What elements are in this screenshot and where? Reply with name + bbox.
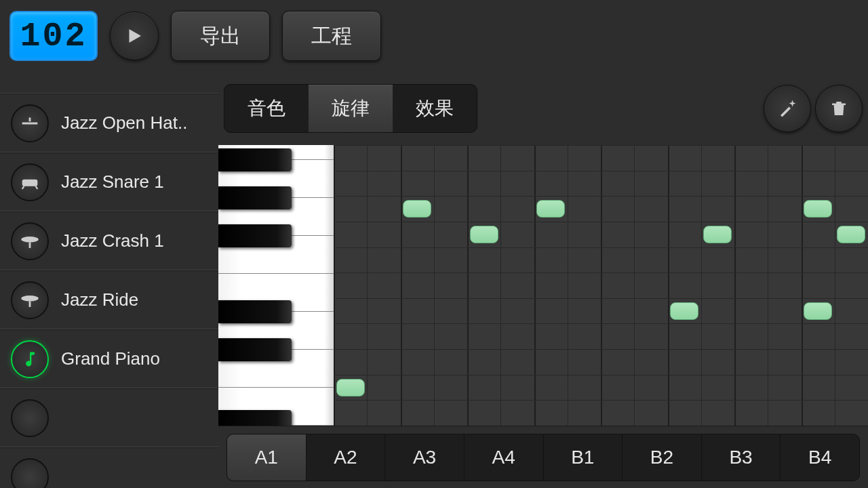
note-icon[interactable] (11, 340, 49, 378)
track-item-empty[interactable] (0, 388, 218, 447)
tempo-display[interactable]: 102 (9, 11, 98, 61)
track-item[interactable]: Jazz Snare 1 (0, 152, 218, 211)
track-partial (0, 72, 218, 94)
pattern-a2[interactable]: A2 (307, 434, 386, 481)
magic-wand-icon (777, 98, 797, 119)
note[interactable] (536, 200, 565, 218)
track-item-empty[interactable] (0, 447, 218, 488)
piano-keys[interactable] (218, 145, 334, 426)
pattern-a1[interactable]: A1 (227, 434, 307, 481)
trash-icon (829, 98, 849, 119)
svg-rect-0 (22, 179, 38, 186)
empty-slot-icon[interactable] (11, 458, 49, 488)
export-button[interactable]: 导出 (171, 11, 270, 61)
note[interactable] (336, 379, 365, 396)
empty-slot-icon[interactable] (11, 399, 49, 437)
tab-melody[interactable]: 旋律 (309, 85, 393, 132)
note-grid[interactable] (334, 145, 868, 426)
pattern-b2[interactable]: B2 (623, 434, 702, 481)
note[interactable] (670, 302, 698, 320)
hihat-icon[interactable] (11, 104, 49, 142)
track-label: Jazz Ride (61, 289, 138, 310)
track-label: Jazz Snare 1 (61, 171, 164, 192)
track-item[interactable]: Grand Piano (0, 329, 218, 388)
play-button[interactable] (110, 12, 159, 60)
note[interactable] (403, 200, 431, 218)
note[interactable] (470, 226, 498, 243)
play-icon (124, 26, 144, 46)
delete-button[interactable] (815, 85, 863, 132)
snare-icon[interactable] (11, 163, 49, 201)
crash-icon[interactable] (11, 222, 49, 260)
svg-point-1 (21, 236, 39, 242)
pattern-b4[interactable]: B4 (781, 434, 859, 481)
note[interactable] (703, 226, 732, 243)
magic-button[interactable] (764, 85, 811, 132)
track-label: Grand Piano (61, 348, 160, 369)
track-item[interactable]: Jazz Open Hat.. (0, 94, 218, 152)
note[interactable] (837, 226, 865, 243)
track-item[interactable]: Jazz Crash 1 (0, 211, 218, 270)
note[interactable] (804, 302, 832, 320)
track-label: Jazz Open Hat.. (61, 113, 187, 134)
track-label: Jazz Crash 1 (61, 230, 164, 251)
track-list: Jazz Open Hat.. Jazz Snare 1 Jazz Crash … (0, 72, 218, 488)
track-item[interactable]: Jazz Ride (0, 270, 218, 329)
project-button[interactable]: 工程 (282, 11, 381, 61)
note[interactable] (804, 200, 832, 218)
pattern-a4[interactable]: A4 (465, 434, 544, 481)
ride-icon[interactable] (11, 281, 49, 319)
pattern-b3[interactable]: B3 (702, 434, 781, 481)
pattern-a3[interactable]: A3 (385, 434, 465, 481)
tab-fx[interactable]: 效果 (393, 85, 477, 132)
pattern-group: A1A2A3A4B1B2B3B4 (226, 434, 860, 481)
editor-tabgroup: 音色 旋律 效果 (224, 84, 477, 133)
svg-point-2 (21, 295, 39, 301)
pattern-b1[interactable]: B1 (544, 434, 623, 481)
tab-tone[interactable]: 音色 (224, 85, 309, 132)
